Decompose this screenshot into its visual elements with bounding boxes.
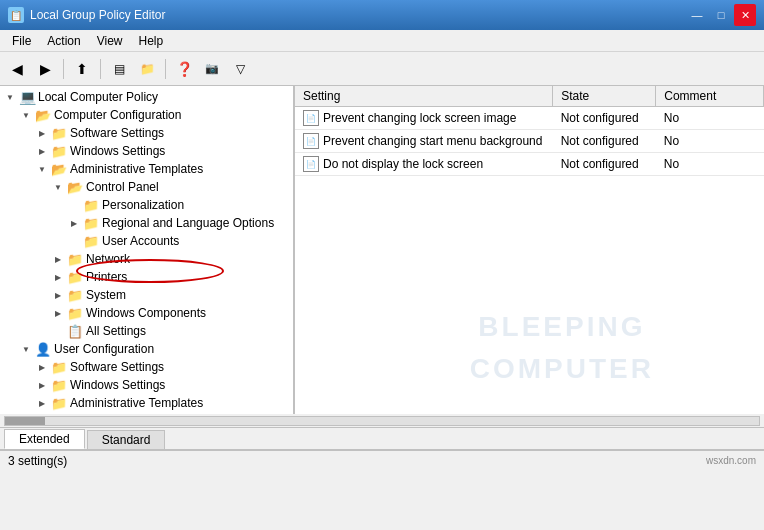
expand-local-policy[interactable] [2,89,18,105]
scrollbar-thumb[interactable] [5,417,45,425]
filter-button[interactable]: ▽ [227,56,253,82]
expand-admin-templates[interactable] [34,161,50,177]
leaf-user-accounts [66,233,82,249]
personalization-label: Personalization [102,198,184,212]
tree-item-computer-config[interactable]: 📂 Computer Configuration [0,106,293,124]
expand-software-settings[interactable] [34,125,50,141]
help-button[interactable]: ❓ [171,56,197,82]
expand-printers[interactable] [50,269,66,285]
menu-help[interactable]: Help [131,32,172,50]
folder-printers-icon: 📁 [66,269,84,285]
expand-windows-settings[interactable] [34,143,50,159]
state-cell-2: Not configured [553,153,656,176]
toolbar-separator-2 [100,59,101,79]
tree-item-windows-components[interactable]: 📁 Windows Components [0,304,293,322]
tree-item-admin-templates[interactable]: 📂 Administrative Templates [0,160,293,178]
properties-button[interactable]: 📁 [134,56,160,82]
expand-regional[interactable] [66,215,82,231]
folder-admin-icon: 📂 [50,161,68,177]
show-hide-button[interactable]: ▤ [106,56,132,82]
expand-user-admin[interactable] [34,395,50,411]
table-row[interactable]: 📄 Do not display the lock screen Not con… [295,153,764,176]
menu-action[interactable]: Action [39,32,88,50]
policy-table[interactable]: BLEEPING COMPUTER Setting State Comment [295,86,764,414]
window-title: Local Group Policy Editor [30,8,165,22]
wsxdn-label: wsxdn.com [706,455,756,466]
tree-item-user-admin[interactable]: 📁 Administrative Templates [0,394,293,412]
tab-extended[interactable]: Extended [4,429,85,449]
setting-cell-2: 📄 Do not display the lock screen [295,153,553,176]
setting-name-1: Prevent changing start menu background [323,134,542,148]
menu-file[interactable]: File [4,32,39,50]
minimize-button[interactable]: — [686,4,708,26]
tab-standard[interactable]: Standard [87,430,166,449]
tree-item-user-software[interactable]: 📁 Software Settings [0,358,293,376]
tree-item-control-panel[interactable]: 📂 Control Panel [0,178,293,196]
folder-software-icon: 📁 [50,125,68,141]
watermark-line2: COMPUTER [470,348,654,390]
horizontal-scrollbar-area [0,414,764,428]
toolbar-separator-3 [165,59,166,79]
expand-network[interactable] [50,251,66,267]
windows-components-label: Windows Components [86,306,206,320]
printers-label: Printers [86,270,127,284]
tree-item-windows-settings[interactable]: 📁 Windows Settings [0,142,293,160]
back-button[interactable]: ◀ [4,56,30,82]
col-state[interactable]: State [553,86,656,107]
menu-bar: File Action View Help [0,30,764,52]
tree-item-network[interactable]: 📁 Network [0,250,293,268]
up-button[interactable]: ⬆ [69,56,95,82]
tree-item-software-settings[interactable]: 📁 Software Settings [0,124,293,142]
expand-user-windows[interactable] [34,377,50,393]
horizontal-scrollbar[interactable] [4,416,760,426]
user-admin-label: Administrative Templates [70,396,203,410]
folder-computer-config-icon: 📂 [34,107,52,123]
tree-item-user-config[interactable]: 👤 User Configuration [0,340,293,358]
folder-user-windows-icon: 📁 [50,377,68,393]
software-settings-label: Software Settings [70,126,164,140]
setting-cell-0: 📄 Prevent changing lock screen image [295,107,553,130]
computer-icon: 💻 [18,89,36,105]
leaf-all-settings [50,323,66,339]
tree-item-personalization[interactable]: 📁 Personalization [0,196,293,214]
title-bar-left: 📋 Local Group Policy Editor [8,7,165,23]
expand-personalization [66,197,82,213]
expand-system[interactable] [50,287,66,303]
toolbar: ◀ ▶ ⬆ ▤ 📁 ❓ 📷 ▽ [0,52,764,86]
maximize-button[interactable]: □ [710,4,732,26]
tree-item-user-accounts[interactable]: 📁 User Accounts [0,232,293,250]
expand-control-panel[interactable] [50,179,66,195]
col-setting[interactable]: Setting [295,86,553,107]
all-settings-label: All Settings [86,324,146,338]
expand-computer-config[interactable] [18,107,34,123]
forward-button[interactable]: ▶ [32,56,58,82]
menu-view[interactable]: View [89,32,131,50]
tree-item-user-windows[interactable]: 📁 Windows Settings [0,376,293,394]
window-controls: — □ ✕ [686,4,756,26]
regional-label: Regional and Language Options [102,216,274,230]
folder-windows-components-icon: 📁 [66,305,84,321]
folder-all-settings-icon: 📋 [66,323,84,339]
folder-regional-icon: 📁 [82,215,100,231]
status-text: 3 setting(s) [8,454,67,468]
tree-item-all-settings[interactable]: 📋 All Settings [0,322,293,340]
table-row[interactable]: 📄 Prevent changing start menu background… [295,130,764,153]
close-button[interactable]: ✕ [734,4,756,26]
folder-user-admin-icon: 📁 [50,395,68,411]
export-button[interactable]: 📷 [199,56,225,82]
col-comment[interactable]: Comment [656,86,764,107]
expand-user-software[interactable] [34,359,50,375]
tree-item-printers[interactable]: 📁 Printers [0,268,293,286]
expand-windows-components[interactable] [50,305,66,321]
toolbar-separator-1 [63,59,64,79]
table-row[interactable]: 📄 Prevent changing lock screen image Not… [295,107,764,130]
table-body: 📄 Prevent changing lock screen image Not… [295,107,764,176]
expand-user-config[interactable] [18,341,34,357]
tree-panel[interactable]: 💻 Local Computer Policy 📂 Computer Confi… [0,86,295,414]
tree-item-local-policy[interactable]: 💻 Local Computer Policy [0,88,293,106]
tree-item-regional[interactable]: 📁 Regional and Language Options [0,214,293,232]
tree-item-system[interactable]: 📁 System [0,286,293,304]
computer-config-label: Computer Configuration [54,108,181,122]
local-policy-label: Local Computer Policy [38,90,158,104]
watermark: BLEEPING COMPUTER [470,306,654,390]
